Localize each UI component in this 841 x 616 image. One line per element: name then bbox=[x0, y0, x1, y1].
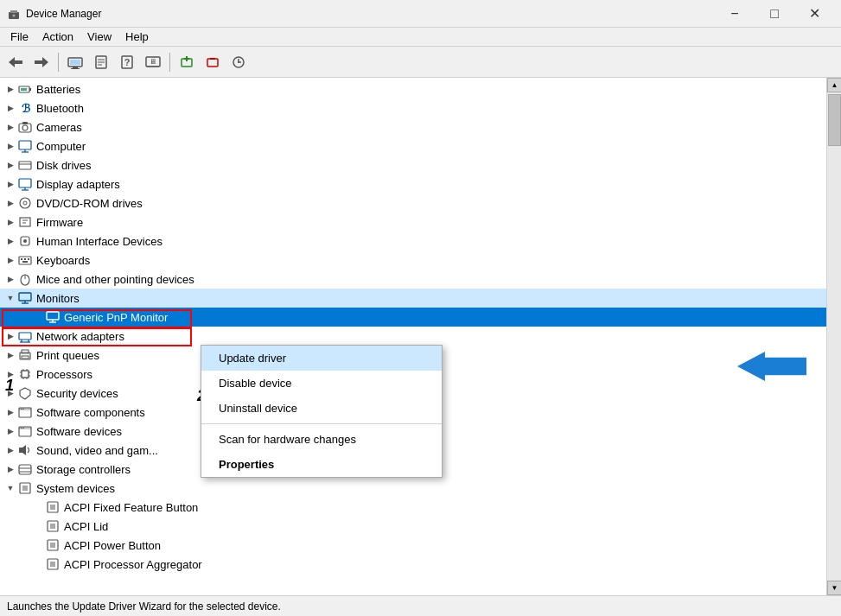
tree-item-dvd[interactable]: ▶DVD/CD-ROM drives bbox=[0, 194, 826, 213]
toolbar-sep-1 bbox=[58, 53, 59, 72]
device-icon-firmware bbox=[17, 214, 33, 230]
ctx-item-scan[interactable]: Scan for hardware changes bbox=[201, 427, 442, 452]
tree-item-acpi-lid[interactable]: ACPI Lid bbox=[0, 517, 826, 536]
expand-icon-hid[interactable]: ▶ bbox=[3, 234, 17, 248]
device-tree[interactable]: 1 2 3 ▶Batteries▶ℬBluetooth▶Cameras▶Comp… bbox=[0, 78, 826, 595]
tree-item-bluetooth[interactable]: ▶ℬBluetooth bbox=[0, 98, 826, 117]
tree-item-network[interactable]: ▶Network adapters bbox=[0, 327, 826, 346]
tree-item-computer[interactable]: ▶Computer bbox=[0, 137, 826, 156]
scrollbar[interactable]: ▲ ▼ bbox=[826, 78, 841, 595]
toolbar-add[interactable] bbox=[175, 50, 199, 74]
expand-icon-monitors[interactable]: ▼ bbox=[3, 291, 17, 305]
arrow-shape bbox=[737, 352, 806, 381]
expand-icon-dvd[interactable]: ▶ bbox=[3, 196, 17, 210]
device-label-diskdrives: Disk drives bbox=[36, 159, 92, 172]
scroll-track[interactable] bbox=[827, 92, 841, 581]
svg-point-85 bbox=[22, 428, 24, 429]
expand-icon-acpi-proc[interactable] bbox=[31, 557, 45, 571]
ctx-item-properties[interactable]: Properties bbox=[201, 452, 442, 477]
toolbar-back[interactable] bbox=[3, 50, 28, 74]
device-label-bluetooth: Bluetooth bbox=[36, 102, 84, 115]
svg-rect-39 bbox=[19, 179, 31, 187]
scroll-thumb[interactable] bbox=[828, 94, 841, 146]
expand-icon-mice[interactable]: ▶ bbox=[3, 272, 17, 286]
menu-file[interactable]: File bbox=[3, 29, 35, 45]
expand-icon-keyboards[interactable]: ▶ bbox=[3, 253, 17, 267]
tree-item-hid[interactable]: ▶Human Interface Devices bbox=[0, 232, 826, 251]
title-bar: Device Manager − □ ✕ bbox=[0, 0, 841, 28]
toolbar-help[interactable]: ? bbox=[115, 50, 139, 74]
toolbar-properties[interactable] bbox=[89, 50, 113, 74]
maximize-button[interactable]: □ bbox=[755, 0, 794, 28]
svg-marker-3 bbox=[9, 57, 15, 67]
tree-item-system[interactable]: ▼System devices bbox=[0, 479, 826, 498]
svg-rect-1 bbox=[10, 10, 17, 13]
toolbar-device-manager[interactable] bbox=[63, 50, 87, 74]
tree-item-acpi-fixed[interactable]: ACPI Fixed Feature Button bbox=[0, 498, 826, 517]
toolbar-forward[interactable] bbox=[29, 50, 54, 74]
tree-item-diskdrives[interactable]: ▶Disk drives bbox=[0, 156, 826, 175]
tree-item-batteries[interactable]: ▶Batteries bbox=[0, 79, 826, 98]
svg-point-84 bbox=[21, 428, 22, 429]
tree-item-generic-pnp[interactable]: Generic PnP Monitor bbox=[0, 308, 826, 327]
device-icon-system bbox=[17, 480, 33, 496]
tree-item-displayadapters[interactable]: ▶Display adapters bbox=[0, 175, 826, 194]
tree-item-monitors[interactable]: ▼Monitors bbox=[0, 289, 826, 308]
expand-icon-storage[interactable]: ▶ bbox=[3, 462, 17, 476]
expand-icon-acpi-fixed[interactable] bbox=[31, 500, 45, 514]
ctx-item-disable[interactable]: Disable device bbox=[201, 371, 442, 396]
svg-rect-56 bbox=[19, 293, 31, 301]
ctx-item-update[interactable]: Update driver bbox=[201, 346, 442, 371]
svg-point-81 bbox=[22, 409, 24, 410]
menu-action[interactable]: Action bbox=[35, 29, 80, 45]
minimize-button[interactable]: − bbox=[715, 0, 755, 28]
expand-icon-softwaredev[interactable]: ▶ bbox=[3, 424, 17, 438]
device-label-softwarecomp: Software components bbox=[36, 406, 145, 419]
svg-rect-69 bbox=[22, 371, 29, 378]
expand-icon-acpi-lid[interactable] bbox=[31, 519, 45, 533]
main-area: 1 2 3 ▶Batteries▶ℬBluetooth▶Cameras▶Comp… bbox=[0, 78, 841, 595]
svg-rect-53 bbox=[22, 261, 28, 263]
device-label-network: Network adapters bbox=[36, 330, 124, 343]
svg-text:🖥: 🖥 bbox=[150, 58, 156, 66]
tree-item-keyboards[interactable]: ▶Keyboards bbox=[0, 251, 826, 270]
tree-item-mice[interactable]: ▶Mice and other pointing devices bbox=[0, 270, 826, 289]
expand-icon-network[interactable]: ▶ bbox=[3, 329, 17, 343]
toolbar-remove[interactable] bbox=[201, 50, 225, 74]
svg-rect-68 bbox=[22, 356, 29, 359]
expand-icon-computer[interactable]: ▶ bbox=[3, 139, 17, 153]
menu-help[interactable]: Help bbox=[118, 29, 156, 45]
expand-icon-displayadapters[interactable]: ▶ bbox=[3, 177, 17, 191]
expand-icon-system[interactable]: ▼ bbox=[3, 481, 17, 495]
expand-icon-sound[interactable]: ▶ bbox=[3, 443, 17, 457]
device-label-acpi-lid: ACPI Lid bbox=[64, 520, 108, 533]
scroll-up[interactable]: ▲ bbox=[827, 78, 841, 92]
toolbar-scan[interactable]: 🖥 bbox=[141, 50, 165, 74]
expand-icon-cameras[interactable]: ▶ bbox=[3, 120, 17, 134]
context-menu: Update driverDisable deviceUninstall dev… bbox=[201, 345, 443, 478]
toolbar-update[interactable] bbox=[226, 50, 251, 74]
device-icon-displayadapters bbox=[17, 176, 33, 192]
device-icon-acpi-fixed bbox=[45, 499, 61, 515]
close-button[interactable]: ✕ bbox=[794, 0, 834, 28]
expand-icon-acpi-power[interactable] bbox=[31, 538, 45, 552]
expand-icon-softwarecomp[interactable]: ▶ bbox=[3, 405, 17, 419]
tree-item-acpi-proc[interactable]: ACPI Processor Aggregator bbox=[0, 555, 826, 574]
menu-view[interactable]: View bbox=[80, 29, 118, 45]
device-icon-bluetooth: ℬ bbox=[17, 100, 33, 116]
device-label-monitors: Monitors bbox=[36, 292, 80, 305]
tree-item-cameras[interactable]: ▶Cameras bbox=[0, 117, 826, 137]
expand-icon-batteries[interactable]: ▶ bbox=[3, 82, 17, 96]
status-bar: Launches the Update Driver Wizard for th… bbox=[0, 595, 841, 616]
device-label-storage: Storage controllers bbox=[36, 463, 131, 476]
expand-icon-firmware[interactable]: ▶ bbox=[3, 215, 17, 229]
expand-icon-diskdrives[interactable]: ▶ bbox=[3, 158, 17, 172]
device-label-dvd: DVD/CD-ROM drives bbox=[36, 197, 143, 210]
expand-icon-bluetooth[interactable]: ▶ bbox=[3, 101, 17, 115]
scroll-down[interactable]: ▼ bbox=[827, 581, 841, 595]
expand-icon-printq[interactable]: ▶ bbox=[3, 348, 17, 362]
expand-icon-generic-pnp[interactable] bbox=[31, 310, 45, 324]
tree-item-firmware[interactable]: ▶Firmware bbox=[0, 213, 826, 232]
ctx-item-uninstall[interactable]: Uninstall device bbox=[201, 396, 442, 421]
tree-item-acpi-power[interactable]: ACPI Power Button bbox=[0, 536, 826, 555]
